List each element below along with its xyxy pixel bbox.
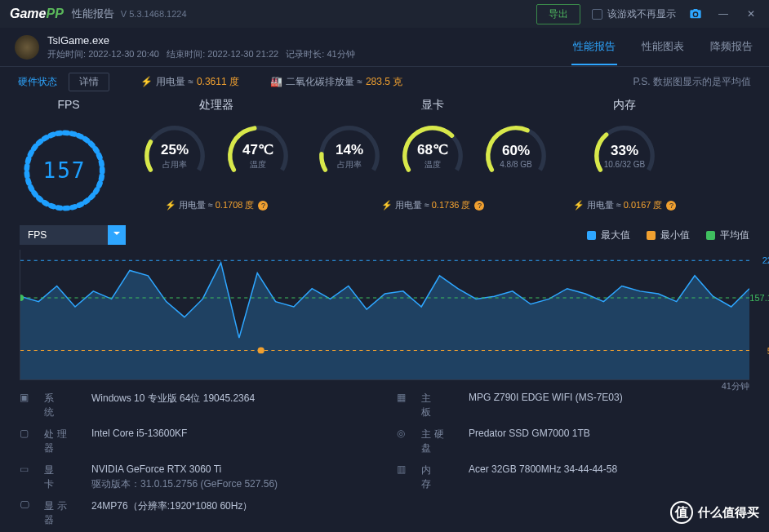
total-power-chip: ⚡ 用电量 ≈ 0.3611 度 xyxy=(140,75,239,89)
gpu-title: 显卡 xyxy=(310,98,555,113)
windows-icon: ▣ xyxy=(20,392,34,403)
gpu-power: ⚡ 用电量 ≈ 0.1736 度 ? xyxy=(310,199,555,211)
gpu-icon: ▭ xyxy=(20,463,34,475)
titlebar: GamePP 性能报告 V 5.3.1468.1224 导出 该游戏不再显示 —… xyxy=(0,0,769,28)
spec-gpu: ▭ 显 卡 NVIDIA GeForce RTX 3060 Ti驱动版本：31.… xyxy=(20,463,372,491)
ram-icon: ▥ xyxy=(397,463,411,475)
monitor-icon: 🖵 xyxy=(20,499,34,511)
y-avg-label: 157.16 xyxy=(749,293,769,303)
svg-point-18 xyxy=(258,347,264,353)
cpu-temp-gauge: 47℃温度 xyxy=(221,119,295,193)
co2-chip: 🏭 二氧化碳排放量 ≈ 283.5 克 xyxy=(270,75,402,89)
gauges-section: FPS 157 处理器 25%占用率 47℃温度 ⚡ 用电量 ≈ 0.1708 … xyxy=(0,96,769,215)
help-icon[interactable]: ? xyxy=(666,201,676,211)
cpu-power: ⚡ 用电量 ≈ 0.1708 度 ? xyxy=(131,199,302,211)
spec-cpu: ▢ 处理器 Intel Core i5-13600KF xyxy=(20,428,372,455)
bolt-icon: ⚡ xyxy=(140,76,153,87)
fps-gauge: 157 xyxy=(20,126,109,215)
game-times: 开始时间: 2022-12-30 20:40 结束时间: 2022-12-30 … xyxy=(47,48,355,60)
status-bar: 硬件状态 详情 ⚡ 用电量 ≈ 0.3611 度 🏭 二氧化碳排放量 ≈ 283… xyxy=(0,67,769,96)
version-text: V 5.3.1468.1224 xyxy=(121,9,187,19)
co2-icon: 🏭 xyxy=(270,76,282,87)
dropdown-value: FPS xyxy=(28,229,47,241)
hide-game-label: 该游戏不再显示 xyxy=(607,7,676,21)
fps-chart: 229 157.16 56 41分钟 xyxy=(20,250,749,380)
window-title: 性能报告 xyxy=(72,7,114,21)
fps-value: 157 xyxy=(43,158,87,183)
specs-section: ▣ 系 统 Windows 10 专业版 64位 19045.2364 ▦ 主 … xyxy=(0,380,769,527)
legend-min-swatch xyxy=(647,231,656,240)
hide-game-checkbox[interactable]: 该游戏不再显示 xyxy=(592,7,676,21)
spec-motherboard: ▦ 主 板 MPG Z790I EDGE WIFI (MS-7E03) xyxy=(397,392,749,419)
disk-icon: ◎ xyxy=(397,428,411,439)
minimize-icon[interactable]: — xyxy=(715,6,731,22)
tab-performance-chart[interactable]: 性能图表 xyxy=(640,29,686,65)
cpu-usage-gauge: 25%占用率 xyxy=(138,119,211,193)
spec-monitor: 🖵 显示器 24MP76（分辨率:1920*1080 60Hz） xyxy=(20,499,372,527)
game-name: TslGame.exe xyxy=(47,34,355,47)
ram-power: ⚡ 用电量 ≈ 0.0167 度 ? xyxy=(563,199,686,211)
cpu-icon: ▢ xyxy=(20,428,34,439)
gpu-temp-gauge: 68℃温度 xyxy=(396,119,469,193)
game-header: TslGame.exe 开始时间: 2022-12-30 20:40 结束时间:… xyxy=(0,28,769,67)
ps-note: P.S. 数据图显示的是平均值 xyxy=(633,75,751,89)
tab-throttle-report[interactable]: 降频报告 xyxy=(709,29,754,65)
export-button[interactable]: 导出 xyxy=(536,4,580,24)
watermark: 值 什么值得买 xyxy=(670,501,759,524)
detail-button[interactable]: 详情 xyxy=(69,73,109,91)
chart-legend: 最大值 最小值 平均值 xyxy=(587,228,749,242)
close-icon[interactable]: ✕ xyxy=(743,6,759,22)
spec-ram: ▥ 内 存 Acer 32GB 7800MHz 34-44-44-58 xyxy=(397,463,749,491)
spec-ssd: ◎ 主硬盘 Predator SSD GM7000 1TB xyxy=(397,428,749,455)
report-tabs: 性能报告 性能图表 降频报告 xyxy=(571,29,754,65)
camera-icon[interactable] xyxy=(687,6,704,22)
fps-title: FPS xyxy=(20,98,118,111)
legend-max-swatch xyxy=(587,231,596,240)
y-max-label: 229 xyxy=(762,255,769,265)
ram-usage-gauge: 33%10.6/32 GB xyxy=(588,119,661,193)
motherboard-icon: ▦ xyxy=(397,392,411,403)
metric-dropdown[interactable]: FPS xyxy=(20,225,126,245)
watermark-badge: 值 xyxy=(670,501,693,524)
help-icon[interactable]: ? xyxy=(474,201,484,211)
app-logo: GamePP xyxy=(10,7,64,21)
gpu-mem-gauge: 60%4.8/8 GB xyxy=(479,119,553,193)
watermark-text: 什么值得买 xyxy=(698,505,759,521)
gpu-usage-gauge: 14%占用率 xyxy=(313,119,386,193)
legend-avg-swatch xyxy=(706,231,715,240)
cpu-title: 处理器 xyxy=(131,98,302,113)
chart-section: FPS 最大值 最小值 平均值 229 157.16 56 41分钟 xyxy=(0,215,769,380)
ram-title: 内存 xyxy=(563,98,686,113)
hardware-status-label: 硬件状态 xyxy=(18,75,57,89)
game-icon xyxy=(15,35,39,60)
spec-os: ▣ 系 统 Windows 10 专业版 64位 19045.2364 xyxy=(20,392,372,419)
chevron-down-icon xyxy=(113,232,120,238)
tab-performance-report[interactable]: 性能报告 xyxy=(571,29,617,65)
help-icon[interactable]: ? xyxy=(258,201,268,211)
x-end-label: 41分钟 xyxy=(722,380,749,392)
checkbox-icon xyxy=(592,9,602,20)
